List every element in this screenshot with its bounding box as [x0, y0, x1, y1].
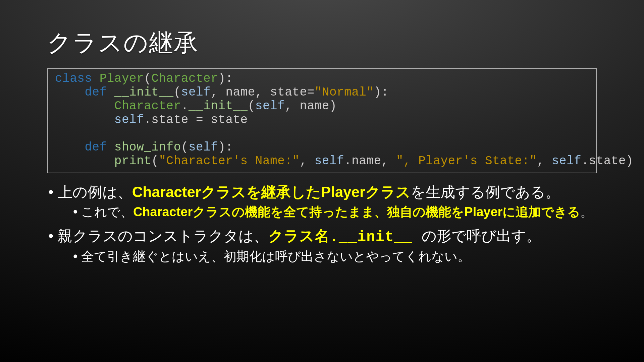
- bullet-2: 親クラスのコンストラクタは、クラス名.__init__ の形で呼び出す。: [47, 227, 597, 246]
- bullet-1a-highlight: Characterクラスの機能を全て持ったまま、独自の機能をPlayerに追加で…: [133, 205, 581, 219]
- bullet-1a: これで、Characterクラスの機能を全て持ったまま、独自の機能をPlayer…: [47, 204, 597, 220]
- bullet-1-highlight: Characterクラスを継承したPlayerクラス: [132, 184, 411, 200]
- bullet-1-post: を生成する例である。: [411, 184, 560, 200]
- code-line-3: Character.__init__(self, name): [55, 99, 337, 113]
- code-line-4: self.state = state: [55, 113, 248, 127]
- slide: クラスの継承 class Player(Character): def __in…: [0, 0, 644, 362]
- bullet-2-pre: 親クラスのコンストラクタは、: [58, 228, 268, 244]
- code-line-2: def __init__(self, name, state="Normal")…: [55, 85, 389, 99]
- slide-title: クラスの継承: [47, 27, 597, 59]
- bullet-2-post: の形で呼び出す。: [422, 228, 541, 244]
- bullet-list: 上の例は、Characterクラスを継承したPlayerクラスを生成する例である…: [47, 183, 597, 265]
- bullet-2a-text: 全て引き継ぐとはいえ、初期化は呼び出さないとやってくれない。: [81, 249, 470, 263]
- code-line-6: def show_info(self):: [55, 140, 233, 154]
- bullet-1a-pre: これで、: [81, 205, 133, 219]
- bullet-2-highlight: クラス名.__init__: [268, 229, 422, 245]
- bullet-1-pre: 上の例は、: [58, 184, 132, 200]
- bullet-1a-post: 。: [580, 205, 593, 219]
- bullet-2a: 全て引き継ぐとはいえ、初期化は呼び出さないとやってくれない。: [47, 248, 597, 265]
- code-line-7: print("Character's Name:", self.name, ",…: [55, 154, 633, 168]
- bullet-1: 上の例は、Characterクラスを継承したPlayerクラスを生成する例である…: [47, 183, 597, 201]
- code-block: class Player(Character): def __init__(se…: [47, 68, 597, 173]
- code-line-1: class Player(Character):: [55, 72, 233, 85]
